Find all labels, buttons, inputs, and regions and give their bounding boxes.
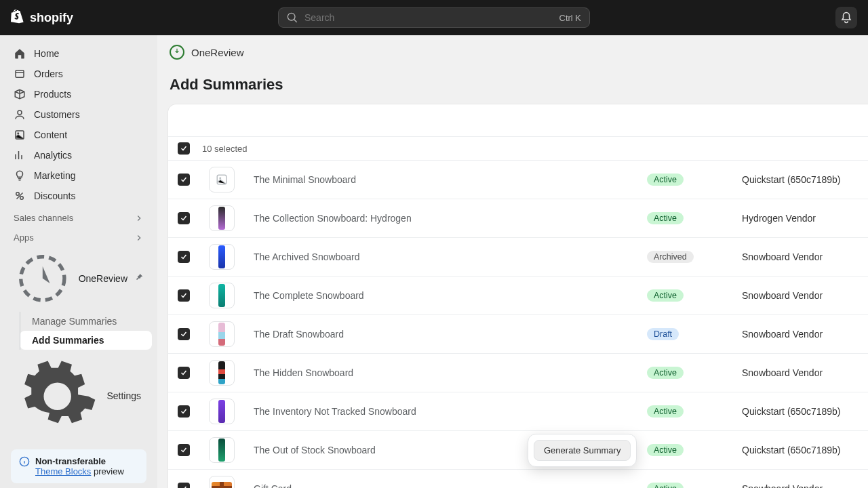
search-bar[interactable]: Ctrl K [278,7,590,28]
product-thumbnail [209,399,235,424]
pin-icon[interactable] [134,272,144,284]
search-input[interactable] [304,12,553,23]
chevron-right-icon [134,233,144,243]
table-row[interactable]: The Inventory Not Tracked SnowboardActiv… [168,392,868,431]
check-icon [180,369,188,377]
product-thumbnail [209,321,235,347]
section-apps[interactable]: Apps [5,226,152,245]
selected-count: 10 selected [202,144,248,154]
sidebar: HomeOrdersProductsCustomersContentAnalyt… [0,35,157,488]
product-name: Gift Card [244,470,637,489]
table-row[interactable]: The Minimal SnowboardActiveQuickstart (6… [168,161,868,199]
check-icon [180,330,188,338]
product-thumbnail [209,437,235,463]
svg-point-9 [219,177,221,179]
image-placeholder-icon [216,174,228,186]
product-name: The Archived Snowboard [244,238,637,277]
brand-text: shopify [30,11,73,25]
check-icon [180,446,188,454]
status-badge: Draft [647,328,679,340]
marketing-icon [14,169,26,182]
row-checkbox[interactable] [178,405,190,418]
table-row[interactable]: Gift CardActiveSnowboard Vendor [168,470,868,489]
product-vendor: Hydrogen Vendor [732,199,868,238]
sidebar-item-content[interactable]: Content [5,125,152,145]
status-badge: Active [647,367,684,379]
onereview-logo-icon [170,45,184,60]
status-badge: Active [647,212,684,224]
bell-icon [840,12,852,24]
product-name: The Minimal Snowboard [244,161,637,199]
select-all-checkbox[interactable] [178,142,190,155]
sidebar-item-analytics[interactable]: Analytics [5,145,152,165]
generate-summary-button[interactable]: Generate Summary [534,440,631,461]
subnav-manage-summaries[interactable]: Manage Summaries [20,312,152,331]
sidebar-item-home[interactable]: Home [5,43,152,64]
floating-action-bar: Generate Summary [528,434,637,467]
product-name: The Collection Snowboard: Hydrogen [244,199,637,238]
table-row[interactable]: The Draft SnowboardDraftSnowboard Vendor [168,315,868,354]
chevron-right-icon [134,214,144,223]
check-icon [180,176,188,184]
content-icon [14,129,26,141]
sidebar-item-discounts[interactable]: Discounts [5,186,152,206]
app-header: OneReview [157,35,868,69]
main-content: OneReview Add Summaries 10 selected The … [157,35,868,488]
section-sales-channels[interactable]: Sales channels [5,206,152,226]
check-icon [180,214,188,222]
table-row[interactable]: The Out of Stock SnowboardActiveQuicksta… [168,431,868,470]
row-checkbox[interactable] [178,367,190,379]
svg-point-1 [18,110,22,115]
svg-point-5 [20,197,24,200]
sidebar-settings[interactable]: Settings [8,350,149,443]
product-vendor: Quickstart (650c7189b) [732,392,868,431]
product-thumbnail [209,244,235,270]
table-row[interactable]: The Complete SnowboardActiveSnowboard Ve… [168,277,868,315]
product-thumbnail [209,205,235,231]
svg-point-3 [17,132,19,134]
product-vendor: Quickstart (650c7189b) [732,161,868,199]
row-checkbox[interactable] [178,483,190,488]
status-badge: Active [647,405,684,418]
product-vendor: Snowboard Vendor [732,354,868,392]
table-row[interactable]: The Collection Snowboard: HydrogenActive… [168,199,868,238]
product-vendor: Quickstart (650c7189b) [732,431,868,470]
sidebar-item-marketing[interactable]: Marketing [5,165,152,186]
product-vendor: Snowboard Vendor [732,277,868,315]
sidebar-item-customers[interactable]: Customers [5,104,152,125]
check-icon [180,144,188,152]
shopify-icon [11,9,26,26]
status-badge: Active [647,289,684,302]
search-shortcut: Ctrl K [559,13,582,23]
analytics-icon [14,149,26,161]
row-checkbox[interactable] [178,251,190,263]
status-badge: Active [647,444,684,456]
brand-logo[interactable]: shopify [11,9,73,26]
table-row[interactable]: The Archived SnowboardArchivedSnowboard … [168,238,868,277]
home-icon [14,47,26,60]
product-thumbnail [209,360,235,386]
table-row[interactable]: The Hidden SnowboardActiveSnowboard Vend… [168,354,868,392]
product-thumbnail [209,167,235,192]
row-checkbox[interactable] [178,444,190,456]
product-name: The Inventory Not Tracked Snowboard [244,392,637,431]
product-thumbnail [209,476,235,488]
check-icon [180,253,188,261]
sidebar-app-onereview[interactable]: OneReview [5,245,152,312]
check-icon [180,291,188,300]
product-name: The Complete Snowboard [244,277,637,315]
theme-blocks-link[interactable]: Theme Blocks [35,466,91,476]
row-checkbox[interactable] [178,328,190,340]
search-icon [287,12,298,23]
notifications-button[interactable] [835,7,857,28]
sidebar-item-orders[interactable]: Orders [5,64,152,84]
sidebar-item-products[interactable]: Products [5,84,152,104]
row-checkbox[interactable] [178,289,190,302]
row-checkbox[interactable] [178,212,190,224]
selection-bar: 10 selected [168,137,868,161]
subnav-add-summaries[interactable]: Add Summaries [20,331,152,350]
topbar: shopify Ctrl K [0,0,868,35]
app-icon [14,249,72,308]
product-table-card: 10 selected The Minimal SnowboardActiveQ… [168,104,868,488]
row-checkbox[interactable] [178,174,190,186]
